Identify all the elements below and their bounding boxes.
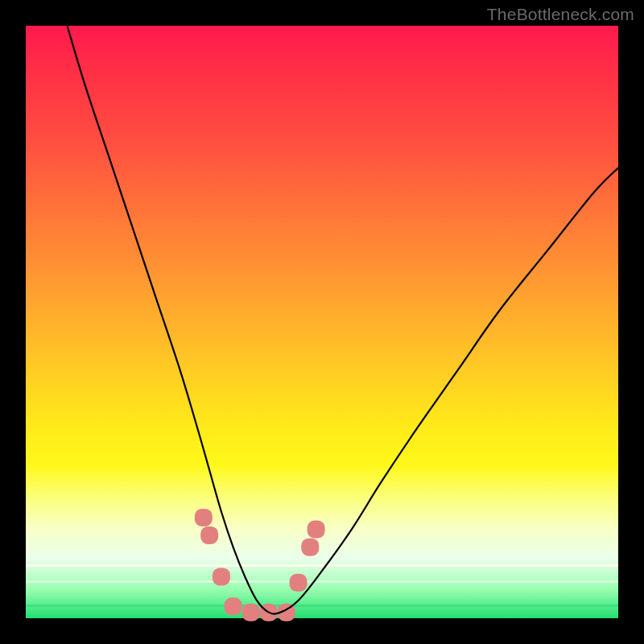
marker-right-cluster — [301, 539, 319, 556]
watermark-text: TheBottleneck.com — [487, 5, 634, 24]
marker-left-cluster — [195, 509, 213, 526]
plot-area — [26, 26, 618, 618]
bottleneck-curve — [68, 26, 618, 614]
marker-left-cluster — [200, 526, 218, 544]
marker-right-cluster — [308, 521, 325, 539]
marker-right-cluster — [290, 574, 308, 592]
marker-left-cluster — [213, 568, 230, 585]
marker-floor-cluster — [225, 597, 242, 615]
curve-layer — [26, 26, 618, 618]
marker-floor-cluster — [242, 604, 260, 621]
chart-frame: TheBottleneck.com — [0, 0, 644, 644]
